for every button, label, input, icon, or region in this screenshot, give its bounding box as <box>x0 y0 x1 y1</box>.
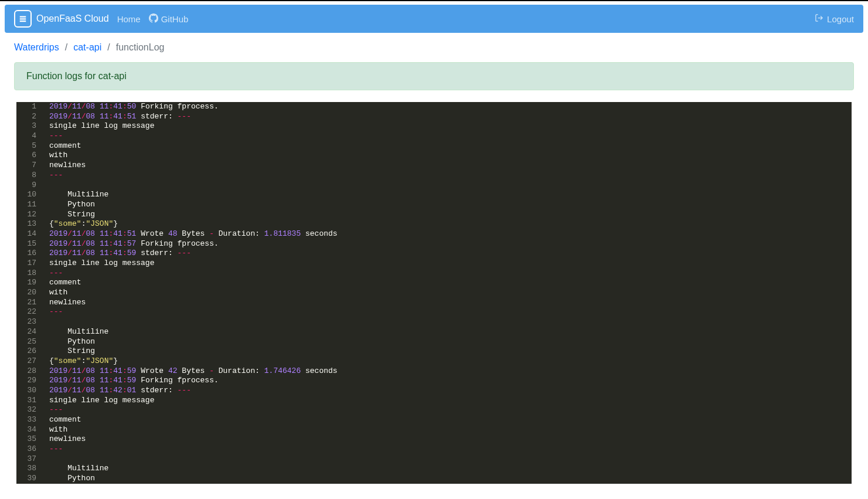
log-gutter: 1234567891011121314151617181920212223242… <box>16 102 42 484</box>
gutter-line-number: 31 <box>25 396 36 406</box>
breadcrumb-separator: / <box>59 42 73 53</box>
log-line: 2019/11/08 11:41:57 Forking fprocess. <box>49 239 845 249</box>
github-icon <box>149 13 158 25</box>
log-line <box>49 317 845 327</box>
gutter-line-number: 39 <box>25 474 36 484</box>
log-line: comment <box>49 278 845 288</box>
gutter-line-number: 28 <box>25 366 36 376</box>
page-top-border <box>0 0 868 1</box>
nav-github[interactable]: GitHub <box>149 13 189 25</box>
gutter-line-number: 37 <box>25 454 36 464</box>
banner-function-logs: Function logs for cat-api <box>14 62 854 90</box>
log-line: 2019/11/08 11:41:59 stderr: --- <box>49 249 845 259</box>
gutter-line-number: 23 <box>25 317 36 327</box>
log-line: with <box>49 425 845 435</box>
log-line: {"some":"JSON"} <box>49 357 845 366</box>
gutter-line-number: 4 <box>25 131 36 141</box>
breadcrumb-item: functionLog <box>116 42 165 53</box>
gutter-line-number: 12 <box>25 210 36 220</box>
log-view[interactable]: 1234567891011121314151617181920212223242… <box>16 102 852 484</box>
banner-text: Function logs for cat-api <box>26 71 127 81</box>
gutter-line-number: 11 <box>25 200 36 210</box>
gutter-line-number: 30 <box>25 386 36 396</box>
log-line: single line log message <box>49 259 845 269</box>
gutter-line-number: 25 <box>25 337 36 347</box>
logout-link[interactable]: Logout <box>815 13 854 24</box>
breadcrumb-link[interactable]: Waterdrips <box>14 42 59 53</box>
log-line: 2019/11/08 11:42:01 stderr: --- <box>49 386 845 396</box>
brand-logo-icon <box>14 10 32 28</box>
log-line: Multiline <box>49 190 845 200</box>
log-line: comment <box>49 415 845 425</box>
log-line: --- <box>49 405 845 415</box>
brand-text: OpenFaaS Cloud <box>36 13 109 24</box>
log-line: Multiline <box>49 464 845 474</box>
gutter-line-number: 9 <box>25 181 36 191</box>
log-line: String <box>49 210 845 220</box>
log-line: 2019/11/08 11:41:50 Forking fprocess. <box>49 102 845 112</box>
breadcrumb-link[interactable]: cat-api <box>73 42 101 53</box>
gutter-line-number: 22 <box>25 307 36 317</box>
gutter-line-number: 27 <box>25 357 36 366</box>
gutter-line-number: 3 <box>25 121 36 131</box>
gutter-line-number: 10 <box>25 190 36 200</box>
gutter-line-number: 6 <box>25 151 36 161</box>
gutter-line-number: 15 <box>25 239 36 249</box>
gutter-line-number: 16 <box>25 249 36 259</box>
log-line: --- <box>49 444 845 454</box>
gutter-line-number: 29 <box>25 376 36 386</box>
log-line: 2019/11/08 11:41:51 stderr: --- <box>49 112 845 122</box>
log-line: Multiline <box>49 327 845 337</box>
navbar: OpenFaaS Cloud Home GitHub Logout <box>5 5 863 33</box>
gutter-line-number: 17 <box>25 259 36 269</box>
gutter-line-number: 18 <box>25 269 36 279</box>
log-line: Python <box>49 474 845 484</box>
log-line: --- <box>49 307 845 317</box>
nav-home-label: Home <box>117 14 141 24</box>
gutter-line-number: 1 <box>25 102 36 112</box>
log-line: 2019/11/08 11:41:51 Wrote 48 Bytes - Dur… <box>49 229 845 239</box>
log-line: 2019/11/08 11:41:59 Forking fprocess. <box>49 376 845 386</box>
breadcrumb-item: Waterdrips <box>14 42 59 53</box>
gutter-line-number: 21 <box>25 298 36 308</box>
log-line <box>49 181 845 191</box>
navbar-left: OpenFaaS Cloud Home GitHub <box>14 10 188 28</box>
log-line: with <box>49 151 845 161</box>
log-line: {"some":"JSON"} <box>49 219 845 229</box>
breadcrumb-item: cat-api <box>73 42 101 53</box>
logout-label: Logout <box>827 14 854 24</box>
gutter-line-number: 2 <box>25 112 36 122</box>
breadcrumb-container: Waterdrips/cat-api/functionLog Function … <box>5 33 863 90</box>
log-line: --- <box>49 269 845 279</box>
log-line: Python <box>49 337 845 347</box>
gutter-line-number: 5 <box>25 141 36 151</box>
log-line: newlines <box>49 161 845 171</box>
nav-home[interactable]: Home <box>117 14 141 24</box>
brand-link[interactable]: OpenFaaS Cloud <box>14 10 109 28</box>
log-line <box>49 454 845 464</box>
log-line: with <box>49 288 845 298</box>
gutter-line-number: 34 <box>25 425 36 435</box>
log-line: Python <box>49 200 845 210</box>
gutter-line-number: 14 <box>25 229 36 239</box>
gutter-line-number: 7 <box>25 161 36 171</box>
log-line: --- <box>49 131 845 141</box>
logout-icon <box>815 13 823 24</box>
gutter-line-number: 19 <box>25 278 36 288</box>
gutter-line-number: 8 <box>25 171 36 181</box>
log-line: 2019/11/08 11:41:59 Wrote 42 Bytes - Dur… <box>49 366 845 376</box>
log-line: single line log message <box>49 396 845 406</box>
breadcrumb-separator: / <box>101 42 115 53</box>
gutter-line-number: 33 <box>25 415 36 425</box>
log-line: --- <box>49 171 845 181</box>
gutter-line-number: 38 <box>25 464 36 474</box>
gutter-line-number: 32 <box>25 405 36 415</box>
gutter-line-number: 24 <box>25 327 36 337</box>
gutter-line-number: 26 <box>25 347 36 357</box>
log-line: newlines <box>49 434 845 444</box>
log-code[interactable]: 2019/11/08 11:41:50 Forking fprocess.201… <box>42 102 852 484</box>
gutter-line-number: 35 <box>25 434 36 444</box>
log-line: comment <box>49 141 845 151</box>
gutter-line-number: 13 <box>25 219 36 229</box>
nav-github-label: GitHub <box>161 14 189 24</box>
